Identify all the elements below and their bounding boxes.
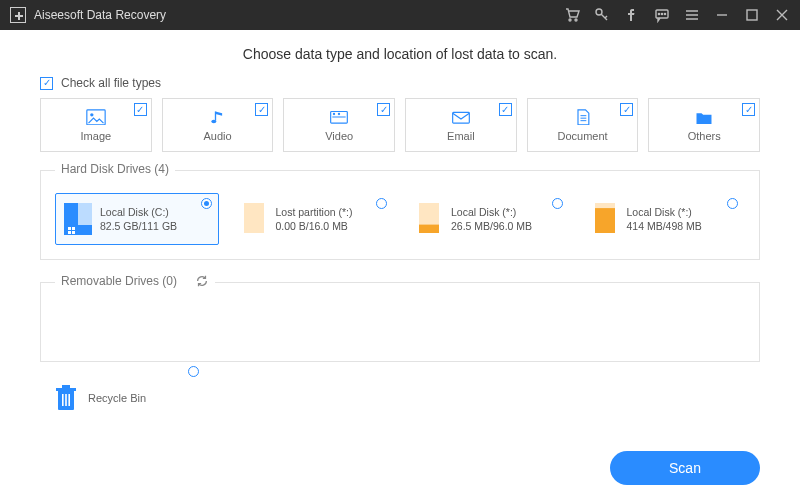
others-icon: [694, 109, 714, 127]
check-all-row[interactable]: Check all file types: [40, 76, 760, 90]
audio-icon: [208, 109, 228, 127]
drive-text: Local Disk (C:)82.5 GB/111 GB: [100, 205, 177, 233]
drive-icon: [415, 203, 443, 235]
check-all-checkbox[interactable]: [40, 77, 53, 90]
video-icon: [329, 109, 349, 127]
svg-point-5: [661, 13, 662, 14]
maximize-icon[interactable]: [744, 7, 760, 23]
recycle-bin-label: Recycle Bin: [88, 392, 146, 404]
svg-point-6: [664, 13, 665, 14]
recycle-bin-icon: [54, 384, 78, 412]
app-logo-icon: [10, 7, 26, 23]
svg-rect-20: [72, 227, 75, 230]
svg-rect-26: [419, 203, 439, 225]
scan-button[interactable]: Scan: [610, 451, 760, 485]
drive-radio[interactable]: [552, 198, 563, 209]
type-card-video[interactable]: Video: [283, 98, 395, 152]
svg-rect-32: [62, 394, 64, 406]
svg-point-9: [90, 113, 93, 116]
cart-icon[interactable]: [564, 7, 580, 23]
file-types-row: ImageAudioVideoEmailDocumentOthers: [40, 98, 760, 152]
type-checkbox[interactable]: [499, 103, 512, 116]
svg-rect-7: [747, 10, 757, 20]
refresh-icon[interactable]: [195, 274, 209, 288]
svg-rect-22: [72, 231, 75, 234]
type-label: Others: [688, 130, 721, 142]
svg-rect-19: [68, 227, 71, 230]
drive-item[interactable]: Local Disk (*:)414 MB/498 MB: [582, 193, 746, 245]
drive-radio[interactable]: [201, 198, 212, 209]
svg-point-12: [333, 112, 335, 114]
check-all-label: Check all file types: [61, 76, 161, 90]
hdd-drives-row: Local Disk (C:)82.5 GB/111 GBLost partit…: [55, 193, 745, 245]
svg-point-13: [338, 112, 340, 114]
svg-point-1: [575, 19, 577, 21]
email-icon: [451, 109, 471, 127]
drive-text: Local Disk (*:)26.5 MB/96.0 MB: [451, 205, 532, 233]
drive-icon: [240, 203, 268, 235]
type-card-document[interactable]: Document: [527, 98, 639, 152]
svg-rect-30: [56, 388, 76, 391]
removable-legend: Removable Drives (0): [55, 274, 215, 288]
svg-point-10: [211, 119, 216, 122]
image-icon: [86, 109, 106, 127]
drive-icon: [64, 203, 92, 235]
type-card-others[interactable]: Others: [648, 98, 760, 152]
feedback-icon[interactable]: [654, 7, 670, 23]
close-icon[interactable]: [774, 7, 790, 23]
type-label: Video: [325, 130, 353, 142]
type-checkbox[interactable]: [377, 103, 390, 116]
type-card-email[interactable]: Email: [405, 98, 517, 152]
type-label: Audio: [203, 130, 231, 142]
key-icon[interactable]: [594, 7, 610, 23]
svg-rect-28: [595, 203, 615, 208]
facebook-icon[interactable]: [624, 7, 640, 23]
footer: Scan: [610, 451, 760, 485]
svg-rect-21: [68, 231, 71, 234]
titlebar-buttons: [564, 7, 790, 23]
svg-rect-31: [62, 385, 70, 388]
minimize-icon[interactable]: [714, 7, 730, 23]
drive-item[interactable]: Local Disk (C:)82.5 GB/111 GB: [55, 193, 219, 245]
drive-text: Lost partition (*:)0.00 B/16.0 MB: [276, 205, 353, 233]
svg-rect-14: [333, 116, 346, 117]
main-content: Choose data type and location of lost da…: [0, 30, 800, 412]
type-card-image[interactable]: Image: [40, 98, 152, 152]
app-title: Aiseesoft Data Recovery: [34, 8, 564, 22]
drive-radio[interactable]: [727, 198, 738, 209]
recycle-bin-row[interactable]: Recycle Bin: [54, 384, 760, 412]
recycle-bin-radio[interactable]: [188, 366, 199, 377]
drive-item[interactable]: Local Disk (*:)26.5 MB/96.0 MB: [406, 193, 570, 245]
page-heading: Choose data type and location of lost da…: [40, 46, 760, 62]
type-card-audio[interactable]: Audio: [162, 98, 274, 152]
type-checkbox[interactable]: [620, 103, 633, 116]
svg-rect-33: [65, 394, 67, 406]
type-checkbox[interactable]: [255, 103, 268, 116]
type-label: Email: [447, 130, 475, 142]
removable-section: Removable Drives (0): [40, 282, 760, 362]
type-checkbox[interactable]: [134, 103, 147, 116]
menu-icon[interactable]: [684, 7, 700, 23]
hdd-section: Hard Disk Drives (4) Local Disk (C:)82.5…: [40, 170, 760, 260]
svg-rect-24: [244, 203, 264, 233]
titlebar: Aiseesoft Data Recovery: [0, 0, 800, 30]
svg-point-4: [658, 13, 659, 14]
hdd-legend: Hard Disk Drives (4): [55, 162, 175, 176]
drive-text: Local Disk (*:)414 MB/498 MB: [627, 205, 702, 233]
drive-item[interactable]: Lost partition (*:)0.00 B/16.0 MB: [231, 193, 395, 245]
type-label: Document: [557, 130, 607, 142]
svg-rect-15: [453, 112, 470, 123]
svg-point-0: [569, 19, 571, 21]
type-label: Image: [81, 130, 112, 142]
drive-radio[interactable]: [376, 198, 387, 209]
svg-rect-34: [68, 394, 70, 406]
document-icon: [573, 109, 593, 127]
type-checkbox[interactable]: [742, 103, 755, 116]
removable-legend-text: Removable Drives (0): [61, 274, 177, 288]
svg-rect-17: [64, 203, 78, 225]
drive-icon: [591, 203, 619, 235]
